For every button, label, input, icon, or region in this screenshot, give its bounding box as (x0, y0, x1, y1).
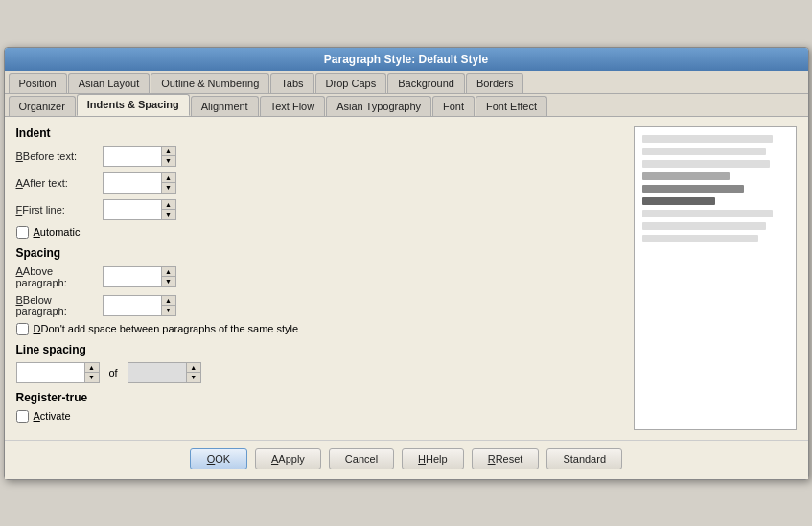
spacing-section-title: Spacing (16, 246, 624, 260)
after-text-input[interactable]: 0.00" (104, 173, 161, 193)
preview-line-3 (642, 160, 771, 168)
activate-row: Activate (16, 410, 624, 423)
cancel-button[interactable]: Cancel (329, 448, 394, 469)
line-spacing-down[interactable]: ▼ (85, 373, 99, 382)
line-spacing-title: Line spacing (16, 343, 624, 356)
tabs-row-2: Organizer Indents & Spacing Alignment Te… (5, 94, 808, 117)
above-paragraph-spinner[interactable]: 0.00" ▲ ▼ (103, 266, 176, 287)
preview-line-1 (642, 135, 774, 143)
before-text-spinner[interactable]: 0.00" ▲ ▼ (103, 146, 176, 167)
before-text-row: BBefore text: 0.00" ▲ ▼ (16, 146, 624, 167)
line-spacing-of-up[interactable]: ▲ (187, 363, 200, 373)
preview-line-8 (642, 222, 766, 230)
dont-add-space-checkbox[interactable] (16, 323, 29, 335)
tab-asian-layout[interactable]: Asian Layout (68, 73, 151, 93)
form-section: Indent BBefore text: 0.00" ▲ ▼ AAfter te… (16, 126, 624, 430)
below-paragraph-input[interactable]: 0.00" (104, 296, 161, 315)
above-paragraph-spinner-buttons: ▲ ▼ (161, 267, 175, 286)
tab-tabs[interactable]: Tabs (270, 73, 313, 93)
above-paragraph-down[interactable]: ▼ (162, 277, 175, 286)
above-paragraph-label: AAbove paragraph: (16, 265, 103, 288)
before-text-down[interactable]: ▼ (162, 156, 175, 166)
after-text-row: AAfter text: 0.00" ▲ ▼ (16, 172, 624, 194)
tab-asian-typography[interactable]: Asian Typography (326, 96, 431, 116)
below-paragraph-spinner-buttons: ▲ ▼ (161, 296, 175, 315)
button-row: OOK AApply Cancel HHelp RReset Standard (5, 440, 808, 479)
line-spacing-of-input[interactable] (128, 363, 186, 382)
automatic-row: Automatic (16, 226, 624, 239)
below-paragraph-row: BBelow paragraph: 0.00" ▲ ▼ (16, 294, 624, 317)
above-paragraph-input[interactable]: 0.00" (104, 267, 161, 286)
preview-line-5 (642, 185, 744, 193)
preview-line-9 (642, 235, 759, 242)
standard-button[interactable]: Standard (546, 448, 622, 469)
below-paragraph-up[interactable]: ▲ (162, 296, 175, 306)
line-spacing-of-spinner-buttons: ▲ ▼ (186, 363, 200, 382)
tab-font[interactable]: Font (432, 96, 475, 116)
tab-borders[interactable]: Borders (466, 73, 524, 93)
automatic-label: Automatic (34, 226, 81, 238)
before-text-label: BBefore text: (16, 150, 103, 162)
after-text-down[interactable]: ▼ (162, 183, 175, 193)
tab-drop-caps[interactable]: Drop Caps (315, 73, 387, 93)
automatic-checkbox[interactable] (16, 226, 29, 239)
first-line-label: FFirst line: (16, 204, 103, 216)
first-line-row: FFirst line: 0.00" ▲ ▼ (16, 199, 624, 220)
first-line-spinner-buttons: ▲ ▼ (161, 200, 175, 219)
first-line-input[interactable]: 0.00" (104, 200, 161, 219)
content-area: Indent BBefore text: 0.00" ▲ ▼ AAfter te… (5, 117, 808, 440)
activate-checkbox[interactable] (16, 410, 29, 423)
line-spacing-spinner-buttons: ▲ ▼ (84, 363, 99, 382)
after-text-up[interactable]: ▲ (162, 173, 175, 183)
activate-label: Activate (34, 410, 71, 422)
line-spacing-input[interactable]: Single (17, 363, 84, 382)
dialog-window: Paragraph Style: Default Style Position … (4, 47, 809, 480)
tab-outline-numbering[interactable]: Outline & Numbering (151, 73, 269, 93)
dialog-title: Paragraph Style: Default Style (5, 48, 808, 71)
tab-text-flow[interactable]: Text Flow (260, 96, 325, 116)
after-text-spinner-buttons: ▲ ▼ (161, 173, 175, 193)
line-spacing-of-spinner[interactable]: ▲ ▼ (128, 362, 201, 383)
of-label: of (109, 367, 118, 378)
line-spacing-row: Single ▲ ▼ of ▲ ▼ (16, 362, 624, 383)
below-paragraph-down[interactable]: ▼ (162, 306, 175, 315)
preview-area (634, 126, 797, 430)
apply-button[interactable]: AApply (255, 448, 321, 469)
first-line-up[interactable]: ▲ (162, 200, 175, 210)
tab-font-effect[interactable]: Font Effect (476, 96, 547, 116)
before-text-input[interactable]: 0.00" (104, 147, 161, 166)
help-button[interactable]: HHelp (402, 448, 464, 469)
above-paragraph-row: AAbove paragraph: 0.00" ▲ ▼ (16, 265, 624, 288)
preview-line-6 (642, 197, 715, 205)
first-line-spinner[interactable]: 0.00" ▲ ▼ (103, 199, 176, 220)
line-spacing-up[interactable]: ▲ (85, 363, 99, 373)
before-text-up[interactable]: ▲ (162, 147, 175, 156)
indent-section-title: Indent (16, 126, 624, 140)
above-paragraph-up[interactable]: ▲ (162, 267, 175, 277)
line-spacing-of-down[interactable]: ▼ (187, 373, 200, 382)
before-text-spinner-buttons: ▲ ▼ (161, 147, 175, 166)
preview-line-2 (642, 148, 766, 155)
ok-button[interactable]: OOK (190, 448, 247, 469)
tab-position[interactable]: Position (9, 73, 67, 93)
first-line-down[interactable]: ▼ (162, 210, 175, 219)
line-spacing-spinner[interactable]: Single ▲ ▼ (16, 362, 100, 383)
dont-add-space-row: DDon't add space between paragraphs of t… (16, 323, 624, 335)
dont-add-space-label: DDon't add space between paragraphs of t… (34, 323, 299, 334)
reset-button[interactable]: RReset (472, 448, 540, 469)
preview-line-4 (642, 172, 730, 180)
below-paragraph-label: BBelow paragraph: (16, 294, 103, 317)
after-text-label: AAfter text: (16, 177, 103, 189)
tab-organizer[interactable]: Organizer (9, 96, 76, 116)
after-text-spinner[interactable]: 0.00" ▲ ▼ (103, 172, 176, 194)
tab-indents-spacing[interactable]: Indents & Spacing (77, 94, 190, 116)
tabs-row-1: Position Asian Layout Outline & Numberin… (5, 71, 808, 94)
preview-line-7 (642, 210, 774, 217)
tab-background[interactable]: Background (387, 73, 465, 93)
register-true-title: Register-true (16, 391, 624, 404)
below-paragraph-spinner[interactable]: 0.00" ▲ ▼ (103, 295, 176, 316)
tab-alignment[interactable]: Alignment (191, 96, 259, 116)
